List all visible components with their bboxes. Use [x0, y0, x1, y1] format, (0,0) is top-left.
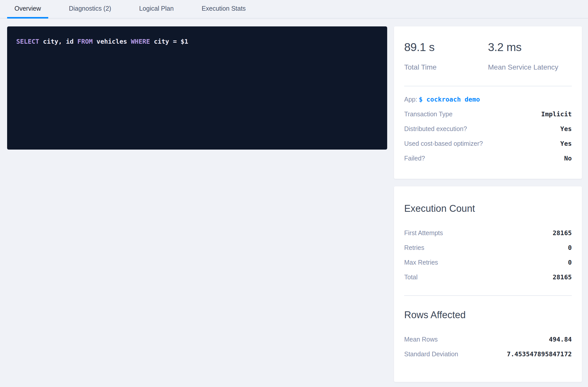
app-label: App:	[404, 96, 417, 103]
row-label: Distributed execution?	[404, 125, 467, 133]
row-label: Mean Rows	[404, 335, 438, 343]
row-standard-deviation: Standard Deviation 7.453547895847172	[404, 350, 572, 358]
row-label: Standard Deviation	[404, 350, 458, 358]
row-distributed-execution: Distributed execution? Yes	[404, 125, 572, 133]
row-value: Yes	[560, 125, 572, 133]
sql-text: city = $1	[150, 38, 188, 45]
mean-service-latency-label: Mean Service Latency	[488, 63, 572, 72]
summary-divider	[404, 86, 572, 86]
sql-statement-box: SELECT city, id FROM vehicles WHERE city…	[7, 26, 387, 150]
sql-keyword: WHERE	[131, 38, 150, 45]
stat-total-time: 89.1 s Total Time	[404, 41, 488, 72]
row-label: Used cost-based optimizer?	[404, 140, 483, 147]
row-value: Implicit	[541, 110, 572, 118]
row-total: Total 28165	[404, 273, 572, 281]
total-time-value: 89.1 s	[404, 41, 488, 54]
rows-affected-title: Rows Affected	[404, 309, 572, 321]
row-label: First Attempts	[404, 229, 443, 237]
row-first-attempts: First Attempts 28165	[404, 229, 572, 237]
tab-execution-stats[interactable]: Execution Stats	[194, 0, 253, 19]
mean-service-latency-value: 3.2 ms	[488, 41, 572, 54]
row-cost-based-optimizer: Used cost-based optimizer? Yes	[404, 140, 572, 148]
tab-execution-stats-label: Execution Stats	[202, 5, 246, 12]
content-area: SELECT city, id FROM vehicles WHERE city…	[0, 19, 588, 382]
row-value: No	[564, 155, 572, 162]
row-retries: Retries 0	[404, 244, 572, 252]
tab-diagnostics[interactable]: Diagnostics (2)	[61, 0, 119, 19]
row-value: 0	[568, 259, 572, 266]
row-label: Total	[404, 273, 418, 281]
tab-logical-plan[interactable]: Logical Plan	[132, 0, 181, 19]
execution-count-title: Execution Count	[404, 203, 572, 214]
rows-affected-rows: Mean Rows 494.84 Standard Deviation 7.45…	[404, 335, 572, 358]
row-label: Max Retries	[404, 259, 438, 266]
row-max-retries: Max Retries 0	[404, 259, 572, 266]
tab-diagnostics-label: Diagnostics (2)	[69, 5, 111, 12]
row-value: 28165	[553, 273, 572, 281]
stat-mean-service-latency: 3.2 ms Mean Service Latency	[488, 41, 572, 72]
sql-keyword: SELECT	[16, 38, 39, 45]
sql-keyword: FROM	[77, 38, 93, 45]
app-link[interactable]: $ cockroach demo	[419, 96, 480, 103]
tab-overview[interactable]: Overview	[7, 0, 48, 19]
headline-stats: 89.1 s Total Time 3.2 ms Mean Service La…	[404, 41, 572, 72]
total-time-label: Total Time	[404, 63, 488, 72]
row-value: Yes	[560, 140, 572, 148]
tab-logical-plan-label: Logical Plan	[139, 5, 174, 12]
execution-details-card: Execution Count First Attempts 28165 Ret…	[394, 186, 582, 382]
tab-overview-label: Overview	[14, 5, 41, 12]
row-label: Retries	[404, 244, 424, 251]
row-label: Transaction Type	[404, 110, 452, 118]
row-transaction-type: Transaction Type Implicit	[404, 110, 572, 118]
execution-details-divider	[404, 295, 572, 296]
stats-sidebar: 89.1 s Total Time 3.2 ms Mean Service La…	[394, 26, 582, 382]
row-value: 28165	[553, 229, 572, 237]
row-label: Failed?	[404, 154, 425, 162]
row-failed: Failed? No	[404, 154, 572, 162]
summary-card: 89.1 s Total Time 3.2 ms Mean Service La…	[394, 26, 582, 179]
app-row: App:$ cockroach demo	[404, 95, 572, 103]
row-value: 0	[568, 244, 572, 252]
statement-details-page: Overview Diagnostics (2) Logical Plan Ex…	[0, 0, 588, 387]
summary-attribute-rows: Transaction Type Implicit Distributed ex…	[404, 110, 572, 162]
execution-count-rows: First Attempts 28165 Retries 0 Max Retri…	[404, 229, 572, 281]
sql-statement-text: SELECT city, id FROM vehicles WHERE city…	[16, 38, 188, 45]
sql-text: city, id	[39, 38, 77, 45]
sql-text: vehicles	[93, 38, 131, 45]
row-value: 494.84	[549, 336, 572, 343]
tab-bar: Overview Diagnostics (2) Logical Plan Ex…	[0, 0, 588, 19]
row-value: 7.453547895847172	[507, 350, 572, 358]
row-mean-rows: Mean Rows 494.84	[404, 335, 572, 343]
